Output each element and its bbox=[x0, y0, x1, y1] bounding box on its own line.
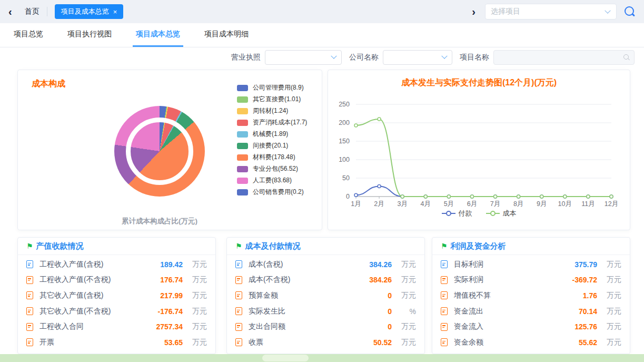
pie-legend-item[interactable]: 周转材(1.24) bbox=[237, 107, 307, 114]
stat-value: 384.26 bbox=[355, 276, 392, 284]
document-icon bbox=[26, 291, 33, 299]
pie-legend-item[interactable]: 资产消耗成本(17.7) bbox=[237, 119, 307, 126]
stat-row: 实际发生比 0 % bbox=[227, 304, 424, 319]
view-tabbar: 项目总览 项目执行视图 项目成本总览 项目成本明细 bbox=[0, 23, 644, 47]
project-select-placeholder: 选择项目 bbox=[491, 7, 520, 16]
tab-project-execution-view[interactable]: 项目执行视图 bbox=[64, 23, 115, 47]
pie-legend-item[interactable]: 专业分包(56.52) bbox=[237, 165, 307, 172]
stat-label: 实际利润 bbox=[454, 275, 483, 285]
stat-row: 成本(不含税) 384.26 万元 bbox=[227, 272, 424, 288]
stat-value: 55.62 bbox=[560, 338, 597, 347]
search-icon[interactable] bbox=[624, 6, 636, 17]
stat-row: 收票 50.52 万元 bbox=[227, 335, 424, 350]
svg-text:5月: 5月 bbox=[444, 200, 454, 208]
stat-unit: 万元 bbox=[392, 291, 416, 300]
svg-text:0: 0 bbox=[346, 193, 350, 200]
trend-legend-item[interactable]: 成本 bbox=[486, 209, 517, 218]
scrollbar-thumb[interactable] bbox=[262, 355, 309, 361]
tab-project-cost-detail[interactable]: 项目成本明细 bbox=[201, 23, 252, 47]
legend-line-marker bbox=[442, 210, 455, 217]
legend-swatch bbox=[237, 178, 248, 184]
svg-text:4月: 4月 bbox=[421, 200, 431, 208]
close-icon[interactable]: × bbox=[113, 8, 117, 16]
stat-unit: % bbox=[392, 307, 416, 316]
stat-value: 176.74 bbox=[146, 276, 183, 284]
panel-rows: 成本(含税) 384.26 万元 成本(不含税) 384.26 万元 预算金额 … bbox=[227, 255, 424, 350]
pie-legend-item[interactable]: 公司销售费用(0.2) bbox=[237, 189, 307, 195]
panel-header: ⚑ 利润及资金分析 bbox=[432, 238, 630, 255]
stat-label: 资金余额 bbox=[454, 338, 483, 347]
stat-unit: 万元 bbox=[597, 322, 621, 331]
back-icon[interactable]: ‹ bbox=[8, 6, 12, 17]
project-name-label: 项目名称 bbox=[460, 53, 489, 62]
forward-icon[interactable]: › bbox=[472, 6, 475, 17]
stat-unit: 万元 bbox=[183, 291, 207, 300]
trend-legend-item[interactable]: 付款 bbox=[442, 209, 472, 218]
document-icon bbox=[26, 323, 33, 331]
horizontal-scrollbar[interactable] bbox=[0, 354, 644, 362]
stat-unit: 万元 bbox=[392, 322, 416, 331]
legend-label: 其它直接费(1.01) bbox=[253, 95, 301, 104]
panel-rows: 工程收入产值(含税) 189.42 万元 工程收入产值(不含税) 176.74 … bbox=[18, 255, 215, 350]
tab-project-overview[interactable]: 项目总览 bbox=[11, 23, 46, 47]
pie-card-title: 成本构成 bbox=[32, 79, 65, 90]
stat-value: 50.52 bbox=[355, 338, 392, 347]
stat-label: 工程收入合同 bbox=[39, 322, 84, 331]
stat-value: 217.99 bbox=[146, 291, 183, 300]
stat-value: 0 bbox=[355, 291, 392, 300]
project-name-input[interactable] bbox=[494, 51, 634, 64]
stat-row: 目标利润 375.79 万元 bbox=[432, 257, 630, 272]
stat-value: 189.42 bbox=[146, 260, 183, 269]
session-tab-label: 项目及成本总览 bbox=[61, 7, 109, 16]
stat-value: 375.79 bbox=[560, 260, 597, 269]
home-menu-item[interactable]: 首页 bbox=[25, 7, 39, 16]
stat-row: 其它收入产值(含税) 217.99 万元 bbox=[18, 288, 215, 304]
stat-label: 成本(不含税) bbox=[249, 275, 290, 285]
pie-legend-item[interactable]: 公司管理费用(8.9) bbox=[237, 84, 307, 91]
pie-legend-item[interactable]: 其它直接费(1.01) bbox=[237, 96, 307, 103]
stat-row: 资金流入 125.76 万元 bbox=[432, 319, 630, 335]
stat-label: 开票 bbox=[39, 338, 54, 347]
document-icon bbox=[235, 323, 242, 331]
project-select[interactable]: 选择项目 bbox=[485, 4, 617, 19]
pie-legend-item[interactable]: 材料费(178.48) bbox=[237, 154, 307, 161]
stat-label: 增值税不算 bbox=[454, 291, 491, 300]
stat-unit: 万元 bbox=[183, 260, 207, 269]
legend-swatch bbox=[237, 166, 248, 172]
legend-label: 材料费(178.48) bbox=[253, 153, 295, 162]
stat-row: 工程收入产值(含税) 189.42 万元 bbox=[18, 257, 215, 272]
stat-row: 实际利润 -369.72 万元 bbox=[432, 272, 630, 288]
business-license-select[interactable] bbox=[265, 50, 342, 65]
company-name-select[interactable] bbox=[383, 50, 452, 65]
pie-caption: 累计成本构成占比(万元) bbox=[81, 217, 239, 226]
stat-row: 工程收入合同 2757.34 万元 bbox=[18, 319, 215, 335]
stat-row: 成本(含税) 384.26 万元 bbox=[227, 257, 424, 272]
tab-project-cost-overview[interactable]: 项目成本总览 bbox=[133, 23, 183, 47]
panel-title: 利润及资金分析 bbox=[451, 241, 506, 251]
stat-label: 资金流入 bbox=[454, 322, 483, 331]
panel-rows: 目标利润 375.79 万元 实际利润 -369.72 万元 增值税不算 1.7… bbox=[432, 255, 630, 350]
trend-line-chart[interactable]: 0501001502002501月2月3月4月5月6月7月8月9月10月11月1… bbox=[328, 70, 631, 231]
panel-header: ⚑ 成本及付款情况 bbox=[227, 238, 424, 255]
stat-row: 工程收入产值(不含税) 176.74 万元 bbox=[18, 272, 215, 288]
pie-legend-item[interactable]: 人工费(83.68) bbox=[237, 177, 307, 184]
pie-legend-item[interactable]: 间接费(20.1) bbox=[237, 142, 307, 149]
stat-unit: 万元 bbox=[597, 338, 621, 347]
flag-icon: ⚑ bbox=[26, 242, 33, 250]
svg-text:8月: 8月 bbox=[513, 200, 523, 208]
trend-legend: 付款成本 bbox=[328, 209, 630, 218]
svg-text:7月: 7月 bbox=[490, 200, 500, 208]
document-icon bbox=[441, 260, 448, 268]
stat-value: 2757.34 bbox=[146, 322, 183, 331]
stat-unit: 万元 bbox=[597, 275, 621, 285]
svg-text:3月: 3月 bbox=[397, 200, 407, 208]
stat-row: 支出合同额 0 万元 bbox=[227, 319, 424, 335]
stat-unit: 万元 bbox=[597, 260, 621, 269]
session-tab[interactable]: 项目及成本总览 × bbox=[55, 4, 124, 19]
legend-label: 公司管理费用(8.9) bbox=[253, 83, 304, 92]
svg-text:6月: 6月 bbox=[467, 200, 477, 208]
pie-legend-item[interactable]: 机械费(1.89) bbox=[237, 131, 307, 138]
document-icon bbox=[441, 276, 448, 284]
stat-value: 70.14 bbox=[560, 307, 597, 316]
stat-label: 目标利润 bbox=[454, 260, 483, 269]
